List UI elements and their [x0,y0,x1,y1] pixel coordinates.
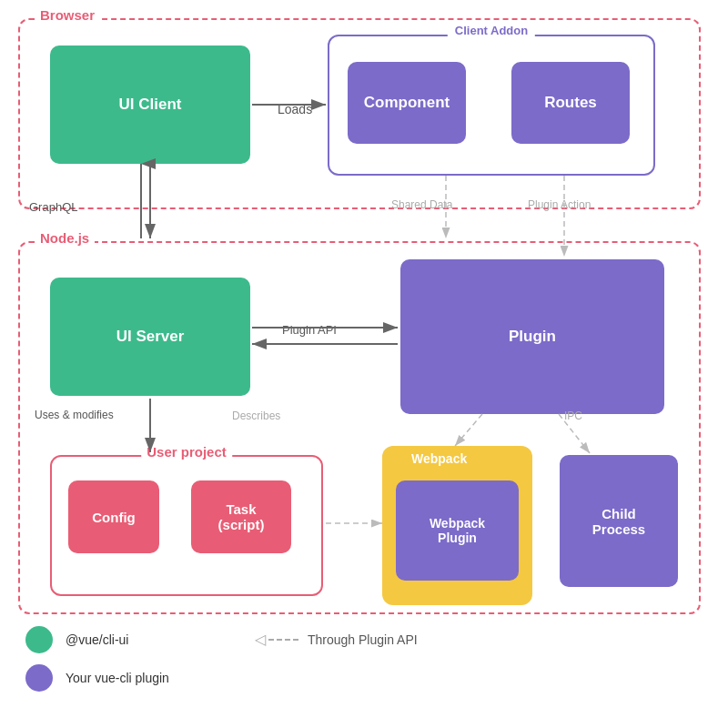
graphql-label: GraphQL [29,200,77,214]
plugin-action-label: Plugin Action [528,198,591,211]
ipc-label: IPC [564,410,582,422]
ui-server-label: UI Server [116,328,185,346]
legend-green-text: @vue/cli-ui [66,632,128,647]
diagram: Browser Node.js UI Client Client Addon C… [0,0,728,728]
webpack-plugin-label: WebpackPlugin [430,516,485,545]
green-circle [25,626,53,653]
component-label: Component [364,94,450,112]
shared-data-label: Shared Data [391,198,452,211]
task-box: Task(script) [191,480,291,553]
describes-label: Describes [232,410,280,422]
loads-label: Loads [278,102,312,116]
legend-dashed-item: ◁ Through Plugin API [255,631,418,648]
browser-label: Browser [35,7,100,23]
purple-circle [25,664,53,692]
client-addon-box: Client Addon Component Routes [328,35,655,176]
config-label: Config [92,510,135,525]
webpack-plugin-box: WebpackPlugin [396,480,519,581]
legend: @vue/cli-ui Your vue-cli plugin [25,626,169,703]
plugin-box: Plugin [400,259,664,414]
config-box: Config [68,480,159,553]
routes-label: Routes [544,94,597,112]
plugin-label: Plugin [509,328,556,346]
plugin-api-label: Plugin API [282,323,337,337]
child-process-box: ChildProcess [560,455,678,587]
uses-modifies-label: Uses & modifies [35,408,114,423]
task-label: Task(script) [218,501,265,532]
ui-client-box: UI Client [50,46,250,164]
legend-purple-text: Your vue-cli plugin [66,671,169,685]
client-addon-label: Client Addon [448,24,535,37]
legend-dashed-text: Through Plugin API [308,632,418,647]
component-box: Component [348,62,466,144]
ui-server-box: UI Server [50,278,250,396]
nodejs-label: Node.js [35,230,95,246]
legend-purple-item: Your vue-cli plugin [25,664,169,692]
legend-green-item: @vue/cli-ui [25,626,169,653]
ui-client-label: UI Client [119,96,182,114]
user-project-label: User project [141,444,232,460]
routes-box: Routes [511,62,630,144]
webpack-label: Webpack [411,451,467,466]
child-process-label: ChildProcess [592,506,645,537]
